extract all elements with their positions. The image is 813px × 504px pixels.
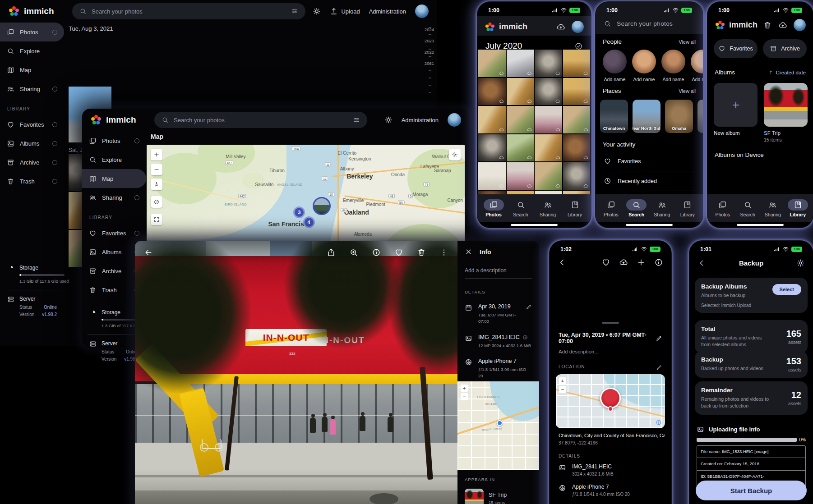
map-fullscreen-button[interactable] [151,214,162,225]
nav-item[interactable]: Library [563,199,587,217]
view-all-link[interactable]: View all [679,88,696,94]
person-item[interactable]: Add name [603,50,627,82]
photo-thumbnail[interactable] [69,230,84,267]
map-attribution-icon[interactable] [656,419,662,426]
photo-thumbnail[interactable] [507,106,534,133]
favorites-button[interactable]: Favorites [714,39,758,58]
album-link-row[interactable]: SF Trip 15 items [465,489,535,504]
photo-thumbnail[interactable] [507,78,534,105]
map-zoom-out-button[interactable]: − [461,393,468,400]
map-photo-marker[interactable] [313,197,331,215]
edit-pencil-icon[interactable] [656,335,662,342]
photo-thumbnail[interactable] [69,154,84,191]
edit-pencil-icon[interactable] [526,304,532,310]
user-avatar[interactable] [572,21,584,33]
photo-thumbnail[interactable] [563,106,591,133]
sidebar-item[interactable]: Explore [82,150,146,169]
photo-thumbnail[interactable] [535,106,562,133]
place-tile[interactable]: Pi [698,100,703,133]
map-cluster-marker[interactable]: 3 [293,206,305,218]
sort-button[interactable]: Created date [768,69,806,75]
nav-item[interactable]: Photos [599,199,623,217]
sidebar-item[interactable]: Favorites [0,115,64,134]
more-options-icon[interactable] [439,248,448,257]
map-style-button[interactable] [151,196,162,208]
photo-thumbnail[interactable] [507,134,534,162]
map-zoom-out-button[interactable]: − [559,386,566,393]
sidebar-item[interactable]: Archive [0,153,64,172]
add-name-label[interactable]: Add name [604,77,626,82]
activity-item[interactable]: Favorites [596,151,703,171]
add-name-label[interactable]: Add name [663,77,684,82]
photo-thumbnail[interactable] [563,78,591,105]
photo-thumbnail[interactable] [563,162,591,190]
photo-thumbnail[interactable] [507,50,534,77]
user-avatar[interactable] [448,113,461,127]
sidebar-item[interactable]: Photos [82,131,146,150]
nav-item[interactable]: Photos [711,199,734,217]
location-map[interactable]: +− [556,374,665,428]
map-compass-button[interactable] [151,179,162,190]
photo-thumbnail[interactable] [535,134,562,162]
sidebar-item[interactable]: Map [0,60,64,79]
sheet-drag-handle[interactable] [602,322,619,324]
photo-thumbnail[interactable] [563,134,591,162]
theme-toggle-icon[interactable] [313,7,321,15]
person-item[interactable]: Add name [691,50,703,82]
activity-item[interactable]: Recently added [596,171,703,191]
select-all-icon[interactable] [574,42,583,50]
nav-item[interactable]: Search [736,199,759,217]
info-icon[interactable] [372,248,381,257]
close-icon[interactable] [465,248,472,256]
upload-button[interactable]: Upload [330,7,360,15]
back-chevron-icon[interactable] [558,258,567,267]
add-name-label[interactable]: Add name [633,77,655,82]
photo-thumbnail[interactable] [507,191,534,195]
person-item[interactable]: Add name [661,50,685,82]
photo-thumbnail[interactable] [535,162,562,190]
user-avatar[interactable] [794,19,806,31]
map-cluster-marker[interactable]: 4 [303,216,315,228]
nav-item[interactable]: Search [625,199,648,217]
nav-item[interactable]: Library [786,199,809,217]
sidebar-item[interactable]: Sharing [0,79,64,98]
place-tile[interactable]: Near North Side [633,100,661,133]
photo-thumbnail[interactable] [535,78,562,105]
map-zoom-in-button[interactable] [151,149,162,160]
sidebar-item[interactable]: Photos [0,23,64,41]
start-backup-button[interactable]: Start Backup [696,481,807,500]
sidebar-item[interactable]: Favorites [82,224,146,243]
sidebar-item[interactable]: Sharing [82,188,146,207]
search-input[interactable]: Search your photos [154,112,367,128]
favorite-icon[interactable] [601,258,610,267]
timeline-scrubber[interactable]: 2024202320222021 [425,26,434,67]
photo-thumbnail[interactable] [478,50,506,77]
map-settings-button[interactable] [449,149,461,160]
photo-detail-image[interactable]: IN-N-OUT IN-N-OUT 333 [135,241,457,504]
search-input[interactable]: Search your photos [72,3,305,19]
info-icon[interactable] [654,258,663,267]
favorite-icon[interactable] [394,248,403,257]
add-to-album-icon[interactable] [637,258,646,267]
sidebar-item[interactable]: Trash [0,172,64,191]
place-tile[interactable]: Chinatown [600,100,628,133]
sidebar-item[interactable]: Map [82,169,146,188]
edit-pencil-icon[interactable] [656,364,662,371]
sidebar-item[interactable]: Explore [0,41,64,60]
photo-thumbnail[interactable] [69,192,84,229]
person-item[interactable]: Add name [632,50,656,82]
backup-cloud-icon[interactable] [556,23,565,32]
select-button[interactable]: Select [772,284,801,295]
place-tile[interactable]: Omaha [665,100,693,133]
album-card[interactable]: SF Trip 15 items [764,83,808,142]
administration-link[interactable]: Administration [369,8,406,15]
photo-thumbnail[interactable] [507,162,534,190]
photo-thumbnail[interactable] [563,50,591,77]
map-zoom-out-button[interactable] [151,164,162,175]
map-zoom-in-button[interactable]: + [461,385,468,392]
archive-button[interactable]: Archive [763,39,807,58]
nav-item[interactable]: Sharing [650,199,674,217]
theme-toggle-icon[interactable] [384,116,393,124]
nav-item[interactable]: Sharing [761,199,785,217]
back-button[interactable] [144,248,153,257]
